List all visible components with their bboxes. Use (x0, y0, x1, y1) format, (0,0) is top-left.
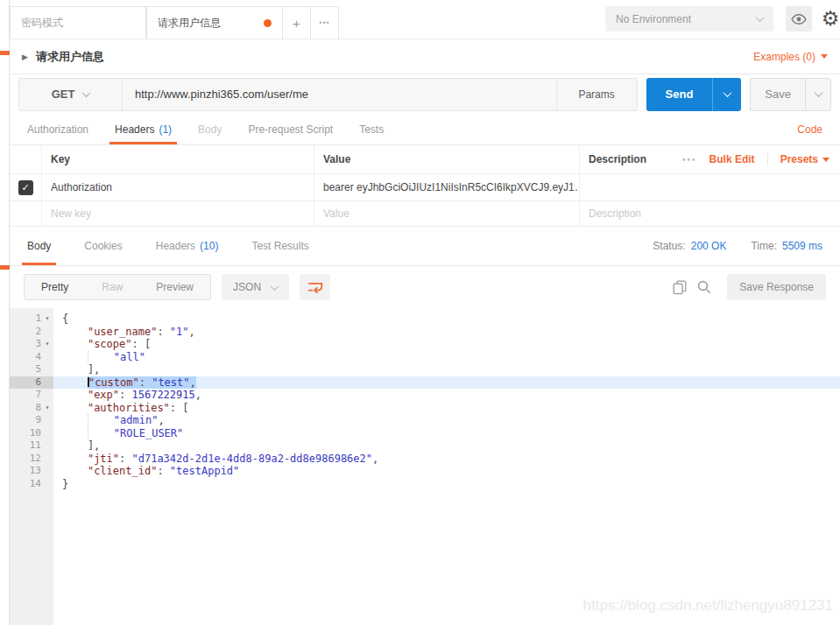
new-key-input[interactable] (51, 207, 300, 220)
code-line: 1▾{ (10, 312, 840, 326)
key-column-header: Key (41, 145, 314, 173)
tab-authorization[interactable]: Authorization (27, 114, 88, 144)
send-options-button[interactable] (712, 78, 741, 111)
divider (767, 153, 768, 165)
code-line: 7 "exp": 1567222915, (10, 389, 840, 402)
tab-label: Tests (359, 123, 384, 136)
header-key-cell[interactable]: Authorization (41, 174, 314, 200)
code-text: { (53, 312, 840, 326)
response-toolbar-right: Save Response (667, 274, 826, 300)
tab-label: Body (27, 240, 51, 252)
column-menu-button[interactable]: ••• (682, 155, 697, 165)
tab-label: Headers (115, 123, 154, 136)
code-line: 14} (10, 478, 840, 491)
code-token: : [ (131, 338, 151, 350)
request-tab-user-info[interactable]: 请求用户信息 (146, 6, 283, 39)
line-number: 13 (10, 465, 53, 478)
mode-label: Preview (156, 281, 194, 293)
params-button[interactable]: Params (556, 79, 637, 110)
send-button[interactable]: Send (646, 78, 713, 111)
checkbox-checked[interactable]: ✓ (18, 180, 33, 195)
response-tab-body[interactable]: Body (27, 227, 51, 265)
code-token: "1" (170, 326, 189, 338)
view-mode-pretty[interactable]: Pretty (25, 275, 85, 299)
code-text: ], (53, 363, 840, 376)
response-tab-headers[interactable]: Headers (10) (156, 227, 219, 265)
tab-pre-request-script[interactable]: Pre-request Script (248, 114, 333, 144)
new-tab-button[interactable]: + (283, 6, 311, 39)
tab-label: Body (198, 123, 222, 136)
request-tab-password-mode[interactable]: 密码模式 (10, 6, 146, 39)
chevron-down-icon (723, 88, 731, 97)
save-button[interactable]: Save (750, 78, 805, 111)
response-tab-cookies[interactable]: Cookies (84, 227, 122, 265)
code-token: } (62, 478, 68, 490)
response-format-selector[interactable]: JSON (222, 274, 289, 300)
fold-toggle-icon[interactable]: ▾ (41, 312, 53, 326)
line-number: 3▾ (10, 338, 53, 351)
bulk-edit-link[interactable]: Bulk Edit (709, 153, 755, 165)
code-token: { (62, 312, 68, 325)
presets-label: Presets (780, 153, 818, 165)
settings-button[interactable]: ⚙ (819, 6, 840, 32)
code-token: "client_id" (88, 465, 157, 477)
code-token (62, 402, 88, 414)
header-value-cell[interactable]: bearer eyJhbGciOiJIUzI1NiIsInR5cCI6IkpXV… (314, 174, 579, 200)
view-mode-preview[interactable]: Preview (139, 275, 210, 299)
save-label: Save (765, 88, 791, 101)
presets-dropdown[interactable]: Presets (780, 153, 829, 165)
code-link[interactable]: Code (797, 123, 822, 136)
method-value: GET (52, 88, 75, 101)
code-text: "user_name": "1", (53, 326, 840, 339)
code-line: 3▾ "scope": [ (10, 338, 840, 351)
fold-toggle-icon[interactable]: ▾ (41, 338, 53, 351)
code-line: 9 "admin", (10, 414, 840, 427)
eye-icon (791, 11, 807, 27)
line-number: 10 (10, 427, 53, 440)
header-description-cell[interactable] (579, 174, 840, 200)
examples-dropdown[interactable]: Examples (0) (753, 51, 828, 63)
view-mode-group: Pretty Raw Preview (24, 274, 211, 300)
copy-response-button[interactable] (667, 275, 692, 299)
url-input[interactable] (123, 79, 556, 110)
tab-body[interactable]: Body (198, 114, 222, 144)
url-group: GET Params (18, 78, 638, 111)
line-number: 12 (10, 453, 53, 466)
fold-toggle-icon[interactable]: ▾ (41, 402, 53, 415)
environment-selector[interactable]: No Environment (605, 6, 773, 32)
tab-tests[interactable]: Tests (359, 114, 384, 144)
tab-options-button[interactable]: ••• (311, 6, 339, 39)
triangle-down-icon (821, 54, 828, 59)
ellipsis-icon: ••• (319, 18, 329, 27)
row-checkbox-cell: ✓ (10, 180, 41, 195)
search-response-button[interactable] (692, 275, 716, 299)
code-token (62, 453, 88, 465)
save-response-button[interactable]: Save Response (727, 274, 826, 300)
code-lines: 1▾{2 "user_name": "1",3▾ "scope": [4 "al… (10, 312, 840, 490)
request-tab-label: 请求用户信息 (158, 16, 221, 31)
new-description-input[interactable] (589, 207, 828, 220)
view-mode-raw[interactable]: Raw (85, 275, 139, 299)
save-button-group: Save (750, 78, 831, 111)
new-header-row (10, 201, 840, 227)
collapse-caret-icon[interactable]: ▶ (22, 53, 28, 61)
tab-headers[interactable]: Headers (1) (115, 114, 172, 144)
method-selector[interactable]: GET (19, 79, 123, 110)
header-row-authorization: ✓ Authorization bearer eyJhbGciOiJIUzI1N… (10, 174, 840, 201)
code-line: 6 "custom": "test", (10, 376, 840, 390)
code-text: "ROLE_USER" (53, 427, 840, 440)
new-value-input[interactable] (323, 207, 566, 220)
response-meta: Status: 200 OK Time: 5509 ms (653, 227, 822, 265)
save-options-button[interactable] (805, 78, 831, 111)
response-tab-test-results[interactable]: Test Results (251, 227, 308, 265)
request-editor-tabs: Authorization Headers (1) Body Pre-reque… (10, 114, 840, 145)
value-column-header: Value (314, 145, 579, 173)
environment-quick-look-button[interactable] (786, 6, 812, 32)
response-body-viewer[interactable]: 1▾{2 "user_name": "1",3▾ "scope": [4 "al… (10, 308, 840, 625)
send-button-group: Send (646, 78, 742, 111)
code-token: "admin" (114, 414, 159, 426)
time-value: 5509 ms (782, 240, 822, 252)
code-token: , (195, 389, 201, 401)
code-token: : (157, 465, 169, 477)
wrap-text-button[interactable] (300, 274, 330, 300)
